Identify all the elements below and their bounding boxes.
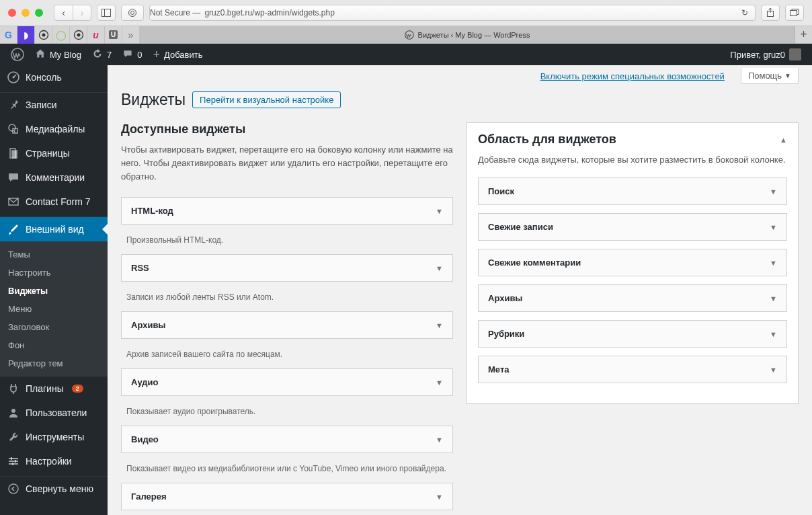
browser-forward-button[interactable]: › bbox=[73, 5, 91, 21]
sidebar-item-contact-form-7[interactable]: Contact Form 7 bbox=[0, 190, 108, 214]
sidebar-item-label: Инструменты bbox=[26, 432, 84, 442]
show-tabs-button[interactable] bbox=[785, 5, 804, 21]
site-name-menu[interactable]: My Blog bbox=[30, 44, 87, 65]
page-title: Виджеты bbox=[121, 91, 186, 109]
available-widget-title: Видео bbox=[131, 434, 159, 444]
available-widget[interactable]: HTML-код▼ bbox=[121, 197, 453, 225]
widget-area-header[interactable]: Область для виджетов ▲ bbox=[478, 132, 787, 147]
sidebar-item-dashboard[interactable]: Консоль bbox=[0, 65, 108, 89]
plus-icon: + bbox=[153, 48, 160, 62]
avatar bbox=[789, 48, 801, 61]
chevron-down-icon: ▼ bbox=[770, 294, 777, 303]
users-icon bbox=[7, 406, 20, 420]
area-widget[interactable]: Мета▼ bbox=[478, 356, 787, 383]
visual-customize-button[interactable]: Перейти к визуальной настройке bbox=[192, 91, 341, 108]
my-account-menu[interactable]: Привет, gruz0 bbox=[725, 44, 807, 65]
svg-rect-0 bbox=[102, 9, 111, 17]
sidebar-item-label: Консоль bbox=[26, 72, 62, 83]
sidebar-item-pages[interactable]: Страницы bbox=[0, 141, 108, 165]
appearance-submenu: Темы Настроить Виджеты Меню Заголовок Фо… bbox=[0, 241, 108, 377]
window-maximize-button[interactable] bbox=[35, 9, 43, 17]
new-content-menu[interactable]: + Добавить bbox=[147, 44, 208, 65]
chevron-down-icon: ▼ bbox=[770, 223, 777, 231]
chevron-down-icon: ▼ bbox=[436, 436, 443, 444]
sidebar-collapse[interactable]: Свернуть меню bbox=[0, 477, 108, 501]
sidebar-item-media[interactable]: Медиафайлы bbox=[0, 117, 108, 141]
submenu-menus[interactable]: Меню bbox=[0, 300, 108, 318]
svg-rect-26 bbox=[12, 463, 13, 465]
sidebar-item-settings[interactable]: Настройки bbox=[0, 449, 108, 473]
favorites-item-5[interactable]: u bbox=[87, 26, 105, 44]
collapse-icon bbox=[7, 482, 20, 496]
submenu-theme-editor[interactable]: Редактор тем bbox=[0, 354, 108, 372]
area-widget-title: Свежие записи bbox=[488, 222, 553, 232]
area-widget[interactable]: Архивы▼ bbox=[478, 284, 787, 312]
help-tab[interactable]: Помощь ▼ bbox=[741, 68, 799, 84]
share-button[interactable] bbox=[761, 5, 780, 21]
available-widget[interactable]: Видео▼ bbox=[121, 426, 453, 453]
available-widget[interactable]: RSS▼ bbox=[121, 254, 453, 282]
chevron-down-icon: ▼ bbox=[770, 259, 777, 267]
svg-rect-18 bbox=[11, 150, 17, 159]
comment-icon bbox=[7, 171, 20, 184]
available-widget-description: Записи из любой ленты RSS или Atom. bbox=[121, 288, 453, 311]
site-name-label: My Blog bbox=[50, 50, 81, 60]
new-tab-button[interactable]: + bbox=[795, 26, 812, 44]
available-widgets-heading: Доступные виджеты bbox=[121, 122, 453, 136]
sidebar-item-plugins[interactable]: Плагины 2 bbox=[0, 377, 108, 401]
favorites-more[interactable]: » bbox=[122, 26, 140, 44]
available-widget[interactable]: Архивы▼ bbox=[121, 311, 453, 339]
favorites-item-2[interactable] bbox=[35, 26, 52, 44]
submenu-themes[interactable]: Темы bbox=[0, 245, 108, 264]
browser-tab[interactable]: Виджеты ‹ My Blog — WordPress bbox=[140, 26, 795, 44]
favorites-item-6[interactable]: U bbox=[105, 26, 122, 44]
svg-point-14 bbox=[13, 77, 15, 79]
svg-point-10 bbox=[77, 33, 80, 36]
submenu-header[interactable]: Заголовок bbox=[0, 318, 108, 336]
submenu-widgets[interactable]: Виджеты bbox=[0, 282, 108, 300]
browser-sidebar-button[interactable] bbox=[97, 5, 116, 21]
available-widget[interactable]: Галерея▼ bbox=[121, 483, 453, 510]
favorites-item-1[interactable]: ◗ bbox=[17, 26, 35, 44]
privacy-report-button[interactable] bbox=[121, 5, 144, 21]
sidebar-item-users[interactable]: Пользователи bbox=[0, 401, 108, 425]
reload-icon[interactable]: ↻ bbox=[741, 8, 748, 17]
sidebar-item-appearance[interactable]: Внешний вид bbox=[0, 217, 108, 241]
available-widgets-description: Чтобы активировать виджет, перетащите ег… bbox=[121, 143, 453, 184]
browser-back-button[interactable]: ‹ bbox=[54, 5, 73, 21]
area-widget[interactable]: Поиск▼ bbox=[478, 177, 787, 205]
update-badge: 2 bbox=[72, 385, 83, 393]
mail-icon bbox=[7, 195, 20, 208]
svg-point-3 bbox=[131, 11, 134, 15]
sidebar-item-comments[interactable]: Комментарии bbox=[0, 165, 108, 190]
sidebar-item-label: Внешний вид bbox=[26, 224, 84, 235]
area-widget[interactable]: Рубрики▼ bbox=[478, 320, 787, 348]
area-widget-title: Архивы bbox=[488, 293, 522, 303]
comments-menu[interactable]: 0 bbox=[117, 44, 147, 65]
area-widget[interactable]: Свежие записи▼ bbox=[478, 213, 787, 241]
wp-logo-menu[interactable] bbox=[5, 44, 30, 65]
favorites-g[interactable]: G bbox=[0, 26, 17, 44]
updates-menu[interactable]: 7 bbox=[87, 44, 117, 65]
area-widget[interactable]: Свежие комментарии▼ bbox=[478, 249, 787, 276]
wordpress-icon bbox=[11, 48, 24, 61]
window-minimize-button[interactable] bbox=[22, 9, 30, 17]
url-bar[interactable]: Not Secure — gruz0.bget.ru/wp-admin/widg… bbox=[149, 5, 756, 21]
admin-sidebar: Консоль Записи Медиафайлы Страницы Комме… bbox=[0, 65, 108, 515]
available-widget-description: Показывает видео из медиабиблиотеки или … bbox=[121, 460, 453, 483]
window-close-button[interactable] bbox=[8, 9, 16, 17]
sidebar-item-tools[interactable]: Инструменты bbox=[0, 425, 108, 449]
svg-point-8 bbox=[42, 33, 45, 36]
plugin-icon bbox=[7, 382, 20, 395]
favorites-item-3[interactable]: ◯ bbox=[52, 26, 70, 44]
url-text: gruz0.bget.ru/wp-admin/widgets.php bbox=[204, 8, 334, 17]
available-widget[interactable]: Аудио▼ bbox=[121, 368, 453, 396]
submenu-background[interactable]: Фон bbox=[0, 336, 108, 354]
favorites-item-4[interactable] bbox=[70, 26, 87, 44]
sidebar-item-posts[interactable]: Записи bbox=[0, 93, 108, 117]
available-widget-description: Архив записей вашего сайта по месяцам. bbox=[121, 346, 453, 368]
submenu-customize[interactable]: Настроить bbox=[0, 264, 108, 282]
available-widget-title: HTML-код bbox=[131, 206, 173, 216]
area-widget-title: Мета bbox=[488, 364, 509, 374]
accessibility-mode-link[interactable]: Включить режим специальных возможностей bbox=[540, 71, 725, 81]
